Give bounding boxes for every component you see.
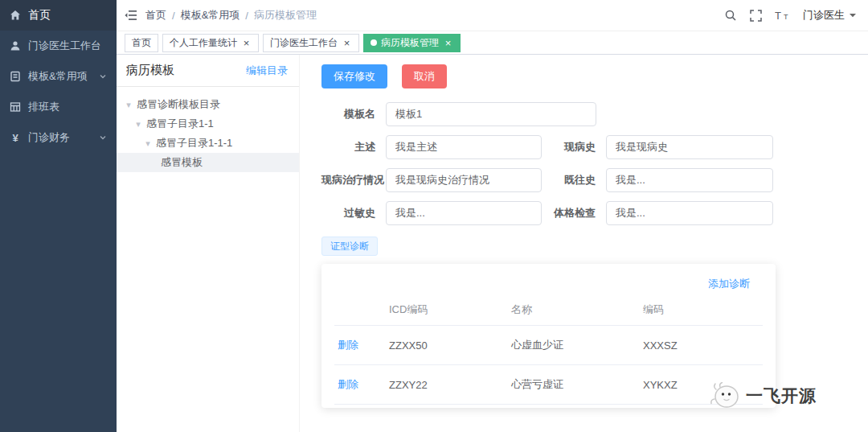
sidebar-item-schedule[interactable]: 排班表 bbox=[0, 92, 117, 122]
close-icon[interactable]: × bbox=[241, 38, 252, 48]
tree-node-label: 感冒子目录1-1-1 bbox=[156, 136, 232, 150]
present-illness-input[interactable] bbox=[606, 135, 773, 159]
topbar: 首页 / 模板&常用项 / 病历模板管理 TT 门诊医生 bbox=[117, 0, 868, 31]
search-icon[interactable] bbox=[724, 9, 737, 22]
table-header-row: ICD编码 名称 编码 bbox=[334, 294, 763, 326]
cell-code: XXXSZ bbox=[640, 326, 763, 365]
form-row-chief-present: 主述 现病史 bbox=[321, 135, 868, 159]
tag-label: 病历模板管理 bbox=[381, 36, 439, 50]
tree-node-label: 感冒诊断模板目录 bbox=[137, 97, 220, 112]
caret-down-icon[interactable]: ▾ bbox=[144, 138, 152, 149]
doctor-workbench-icon bbox=[10, 40, 21, 51]
fullscreen-icon[interactable] bbox=[750, 10, 762, 22]
edit-directory-button[interactable]: 编辑目录 bbox=[246, 64, 288, 78]
font-size-icon[interactable]: TT bbox=[775, 10, 790, 21]
tag-label: 门诊医生工作台 bbox=[270, 36, 338, 50]
physical-exam-input[interactable] bbox=[606, 201, 773, 225]
sidebar-item-templates[interactable]: 模板&常用项 bbox=[0, 61, 117, 92]
physical-exam-label: 体格检查 bbox=[542, 206, 606, 220]
panel-title: 病历模板 bbox=[126, 63, 174, 78]
active-dot bbox=[371, 39, 377, 46]
close-icon[interactable]: × bbox=[342, 38, 352, 48]
topbar-actions: TT 门诊医生 bbox=[724, 8, 857, 23]
delete-link[interactable]: 删除 bbox=[334, 365, 386, 405]
template-name-input[interactable] bbox=[386, 102, 596, 126]
tree-node-label: 感冒模板 bbox=[161, 155, 203, 170]
allergy-input[interactable] bbox=[386, 201, 542, 225]
chief-complaint-label: 主述 bbox=[321, 140, 386, 154]
sidebar-item-doctor-workbench[interactable]: 门诊医生工作台 bbox=[0, 31, 117, 61]
chevron-down-icon bbox=[849, 12, 857, 19]
watermark-text: 一飞开源 bbox=[746, 385, 817, 407]
home-icon bbox=[10, 10, 21, 21]
chevron-down-icon bbox=[99, 134, 107, 142]
col-action bbox=[334, 294, 386, 326]
tree-node-label: 感冒子目录1-1 bbox=[146, 117, 214, 131]
breadcrumb: 首页 / 模板&常用项 / 病历模板管理 bbox=[145, 8, 317, 23]
caret-down-icon[interactable]: ▾ bbox=[134, 119, 142, 130]
col-code: 编码 bbox=[640, 294, 763, 326]
delete-link[interactable]: 删除 bbox=[334, 326, 386, 365]
save-button[interactable]: 保存修改 bbox=[321, 64, 387, 88]
breadcrumb-separator: / bbox=[245, 10, 248, 22]
yen-icon: ¥ bbox=[10, 132, 21, 144]
breadcrumb-separator: / bbox=[172, 10, 175, 22]
tag-home[interactable]: 首页 bbox=[125, 34, 158, 52]
content: 病历模板 编辑目录 ▾ 感冒诊断模板目录 ▾ 感冒子目录1-1 ▾ 感冒子目录1… bbox=[117, 55, 868, 432]
user-name: 门诊医生 bbox=[803, 8, 845, 23]
template-icon bbox=[10, 71, 21, 82]
breadcrumb-home[interactable]: 首页 bbox=[145, 8, 166, 23]
svg-text:T: T bbox=[784, 13, 788, 21]
present-illness-label: 现病史 bbox=[542, 140, 606, 154]
tag-label: 首页 bbox=[132, 36, 151, 50]
schedule-table-icon bbox=[10, 101, 21, 113]
diagnosis-table: ICD编码 名称 编码 删除 ZZXX50 心虚血少证 XXXSZ bbox=[334, 294, 763, 405]
past-history-input[interactable] bbox=[606, 168, 773, 192]
sidebar-item-home[interactable]: 首页 bbox=[0, 0, 117, 31]
tag-personal-workload[interactable]: 个人工作量统计 × bbox=[162, 34, 259, 52]
sidebar: 首页 门诊医生工作台 模板&常用项 排班表 ¥ 门诊财务 bbox=[0, 0, 117, 432]
template-name-label: 模板名 bbox=[321, 107, 386, 121]
tree-node-sub1[interactable]: ▾ 感冒子目录1-1 bbox=[117, 114, 299, 134]
sidebar-item-label: 首页 bbox=[28, 8, 51, 23]
sidebar-item-label: 模板&常用项 bbox=[28, 69, 88, 84]
sidebar-item-label: 门诊财务 bbox=[28, 130, 70, 145]
col-icd-code: ICD编码 bbox=[386, 294, 508, 326]
user-menu[interactable]: 门诊医生 bbox=[803, 8, 857, 23]
tag-doctor-workbench[interactable]: 门诊医生工作台 × bbox=[263, 34, 359, 52]
template-tree: ▾ 感冒诊断模板目录 ▾ 感冒子目录1-1 ▾ 感冒子目录1-1-1 感冒模板 bbox=[117, 87, 299, 180]
caret-down-icon[interactable]: ▾ bbox=[125, 100, 133, 110]
allergy-label: 过敏史 bbox=[321, 206, 386, 220]
cancel-button[interactable]: 取消 bbox=[402, 64, 447, 88]
tree-node-selected-template[interactable]: 感冒模板 bbox=[117, 153, 299, 172]
tree-node-sub2[interactable]: ▾ 感冒子目录1-1-1 bbox=[117, 134, 299, 153]
sidebar-item-finance[interactable]: ¥ 门诊财务 bbox=[0, 122, 117, 153]
main-column: 首页 / 模板&常用项 / 病历模板管理 TT 门诊医生 bbox=[117, 0, 868, 432]
table-row: 删除 ZZXY22 心营亏虚证 XYKXZ bbox=[334, 365, 763, 405]
svg-text:T: T bbox=[775, 10, 781, 21]
tab-syndrome-diagnosis[interactable]: 证型诊断 bbox=[321, 237, 378, 256]
template-form: 保存修改 取消 模板名 主述 现病史 现病治疗情况 既往史 bbox=[300, 55, 868, 432]
chief-complaint-input[interactable] bbox=[386, 135, 542, 159]
col-name: 名称 bbox=[508, 294, 640, 326]
chick-logo-icon bbox=[708, 382, 740, 409]
tree-node-root[interactable]: ▾ 感冒诊断模板目录 bbox=[117, 95, 299, 114]
close-icon[interactable]: × bbox=[443, 38, 453, 48]
hamburger-icon[interactable] bbox=[125, 10, 137, 21]
table-row: 删除 ZZXX50 心虚血少证 XXXSZ bbox=[334, 326, 763, 365]
treatment-input[interactable] bbox=[386, 168, 542, 192]
breadcrumb-templates[interactable]: 模板&常用项 bbox=[181, 8, 240, 23]
form-row-template-name: 模板名 bbox=[321, 102, 868, 126]
form-row-treatment-past: 现病治疗情况 既往史 bbox=[321, 168, 868, 192]
tags-view: 首页 个人工作量统计 × 门诊医生工作台 × 病历模板管理 × bbox=[117, 31, 868, 55]
chevron-down-icon bbox=[99, 72, 107, 80]
panel-header: 病历模板 编辑目录 bbox=[117, 55, 299, 87]
add-diagnosis-link[interactable]: 添加诊断 bbox=[334, 272, 763, 294]
form-actions: 保存修改 取消 bbox=[321, 64, 868, 88]
sidebar-item-label: 门诊医生工作台 bbox=[28, 39, 101, 53]
template-directory-panel: 病历模板 编辑目录 ▾ 感冒诊断模板目录 ▾ 感冒子目录1-1 ▾ 感冒子目录1… bbox=[117, 55, 300, 432]
tag-record-template-active[interactable]: 病历模板管理 × bbox=[363, 34, 461, 52]
breadcrumb-current: 病历模板管理 bbox=[254, 8, 317, 23]
cell-icd: ZZXX50 bbox=[386, 326, 508, 365]
cell-icd: ZZXY22 bbox=[386, 365, 508, 405]
